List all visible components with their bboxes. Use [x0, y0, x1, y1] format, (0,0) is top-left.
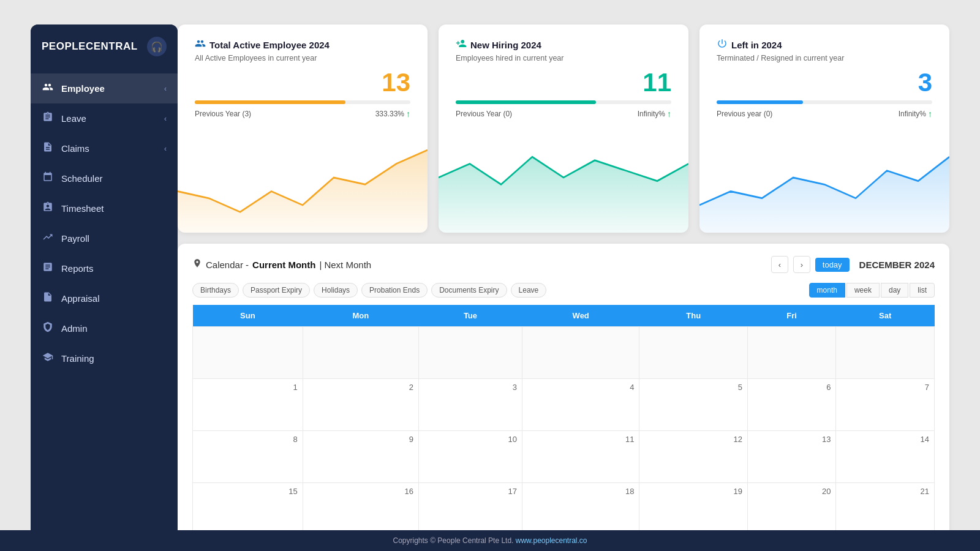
table-row[interactable]: 18: [522, 483, 639, 535]
table-row[interactable]: 1: [193, 379, 303, 431]
cal-header-fri: Fri: [747, 305, 836, 327]
sidebar-item-training[interactable]: Training: [31, 343, 178, 373]
cal-header-sun: Sun: [193, 305, 303, 327]
sidebar-item-timesheet[interactable]: Timesheet: [31, 193, 178, 223]
calendar-grid: Sun Mon Tue Wed Thu Fri Sat 123456789101…: [192, 305, 935, 551]
content-area: Calendar - Current Month | Next Month ‹ …: [178, 244, 949, 551]
sidebar-item-claims[interactable]: Claims ‹: [31, 133, 178, 163]
filter-passport-expiry[interactable]: Passport Expiry: [243, 283, 310, 298]
table-row[interactable]: [193, 327, 303, 379]
table-row[interactable]: 12: [639, 431, 747, 483]
admin-icon: [42, 321, 54, 335]
calendar-icon: [192, 258, 202, 271]
sidebar-item-scheduler[interactable]: Scheduler: [31, 163, 178, 193]
stat-percent-2: Infinity% ↑: [638, 109, 671, 119]
view-week-button[interactable]: week: [846, 283, 880, 298]
stat-subtitle-2: Employees hired in current year: [456, 54, 671, 62]
stat-bar-1: [195, 100, 345, 104]
sidebar-item-leave[interactable]: Leave ‹: [31, 103, 178, 133]
stat-percent-3: Infinity% ↑: [899, 109, 932, 119]
table-row[interactable]: 8: [193, 431, 303, 483]
claims-chevron: ‹: [164, 144, 167, 153]
calendar-title-suffix: | Next Month: [319, 260, 371, 270]
svg-marker-2: [699, 157, 949, 233]
table-row[interactable]: 20: [747, 483, 836, 535]
table-row[interactable]: 15: [193, 483, 303, 535]
scheduler-icon: [42, 171, 54, 186]
table-row[interactable]: 4: [522, 379, 639, 431]
next-month-button[interactable]: ›: [793, 256, 810, 273]
table-row[interactable]: [418, 327, 522, 379]
table-row[interactable]: 19: [639, 483, 747, 535]
table-row[interactable]: 7: [836, 379, 935, 431]
stat-percent-1: 333.33% ↑: [375, 109, 410, 119]
filter-birthdays[interactable]: Birthdays: [192, 283, 239, 298]
table-row[interactable]: [303, 327, 418, 379]
sidebar: PEOPLECENTRAL 🎧 Employee ‹ Le: [31, 24, 178, 551]
table-row[interactable]: 2: [303, 379, 418, 431]
view-day-button[interactable]: day: [881, 283, 908, 298]
stat-footer-1: Previous Year (3) 333.33% ↑: [195, 109, 410, 119]
stat-icon-3: [717, 38, 728, 51]
training-icon: [42, 351, 54, 365]
reports-icon: [42, 261, 54, 276]
sidebar-item-employee-label: Employee: [61, 83, 105, 94]
cal-header-thu: Thu: [639, 305, 747, 327]
table-row[interactable]: 11: [522, 431, 639, 483]
filter-documents-expiry[interactable]: Documents Expiry: [431, 283, 507, 298]
sidebar-item-admin[interactable]: Admin: [31, 313, 178, 343]
stat-footer-2: Previous Year (0) Infinity% ↑: [456, 109, 671, 119]
table-row[interactable]: 17: [418, 483, 522, 535]
stat-card-left: Left in 2024 Terminated / Resigned in cu…: [699, 24, 949, 233]
view-list-button[interactable]: list: [910, 283, 935, 298]
cal-header-sat: Sat: [836, 305, 935, 327]
filter-tags: Birthdays Passport Expiry Holidays Proba…: [192, 283, 546, 298]
sidebar-item-employee[interactable]: Employee ‹: [31, 73, 178, 103]
sidebar-item-reports[interactable]: Reports: [31, 253, 178, 283]
filter-holidays[interactable]: Holidays: [314, 283, 358, 298]
sidebar-nav: Employee ‹ Leave ‹ Claims: [31, 69, 178, 378]
filter-leave[interactable]: Leave: [511, 283, 547, 298]
table-row[interactable]: [747, 327, 836, 379]
stat-card-header-1: Total Active Employee 2024: [195, 38, 410, 51]
chart-area-1: [178, 122, 428, 233]
today-button[interactable]: today: [815, 258, 850, 272]
leave-chevron: ‹: [164, 114, 167, 123]
table-row[interactable]: [836, 327, 935, 379]
calendar-header: Calendar - Current Month | Next Month ‹ …: [192, 256, 935, 273]
table-row[interactable]: 3: [418, 379, 522, 431]
table-row[interactable]: 9: [303, 431, 418, 483]
table-row[interactable]: 6: [747, 379, 836, 431]
stat-card-header-3: Left in 2024: [717, 38, 932, 51]
filter-probation-ends[interactable]: Probation Ends: [361, 283, 428, 298]
stat-title-2: New Hiring 2024: [470, 40, 541, 50]
stat-footer-3: Previous year (0) Infinity% ↑: [717, 109, 932, 119]
arrow-up-3: ↑: [928, 109, 932, 119]
sidebar-item-payroll[interactable]: Payroll: [31, 223, 178, 253]
table-row[interactable]: 10: [418, 431, 522, 483]
table-row[interactable]: [639, 327, 747, 379]
prev-month-button[interactable]: ‹: [771, 256, 788, 273]
table-row[interactable]: 16: [303, 483, 418, 535]
view-toggle: month week day list: [809, 283, 935, 298]
table-row[interactable]: 14: [836, 431, 935, 483]
leave-icon: [42, 111, 54, 126]
sidebar-item-scheduler-label: Scheduler: [61, 173, 103, 184]
stat-subtitle-3: Terminated / Resigned in current year: [717, 54, 932, 62]
table-row[interactable]: 13: [747, 431, 836, 483]
sidebar-item-admin-label: Admin: [61, 323, 88, 334]
table-row[interactable]: 21: [836, 483, 935, 535]
logo-icon: 🎧: [147, 37, 167, 56]
table-row[interactable]: 5: [639, 379, 747, 431]
footer-link[interactable]: www.peoplecentral.co: [516, 536, 587, 545]
stat-bar-2: [456, 100, 596, 104]
table-row[interactable]: [522, 327, 639, 379]
stat-icon-1: [195, 38, 206, 51]
sidebar-item-appraisal-label: Appraisal: [61, 293, 100, 304]
sidebar-item-appraisal[interactable]: Appraisal: [31, 283, 178, 313]
logo-text: PEOPLECENTRAL: [42, 40, 138, 53]
view-month-button[interactable]: month: [809, 283, 845, 298]
stat-subtitle-1: All Active Employees in current year: [195, 54, 410, 62]
month-label: DECEMBER 2024: [859, 260, 935, 270]
stat-number-2: 11: [456, 70, 671, 96]
